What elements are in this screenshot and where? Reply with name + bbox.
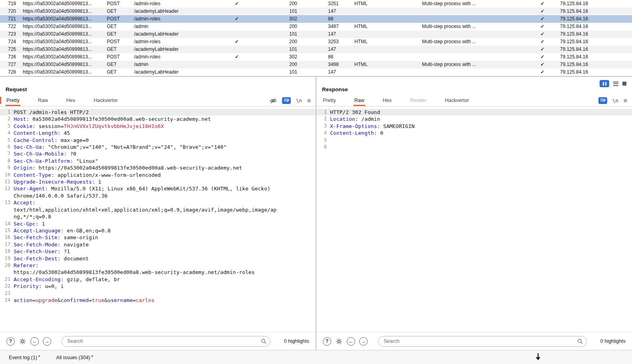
cell-title: Multi-step process with ...	[422, 38, 538, 46]
cell-method: POST	[107, 53, 120, 61]
tab-raw[interactable]: Raw	[354, 96, 365, 106]
history-row[interactable]: 726https://0a53002a04d50899813...POST/ad…	[0, 53, 632, 61]
cell-mime: HTML	[354, 23, 368, 30]
help-icon[interactable]: ?	[323, 337, 331, 346]
history-row[interactable]: 720https://0a53002a04d50899813...GET/aca…	[0, 8, 632, 15]
editor-menu-icon[interactable]: ≡	[307, 98, 311, 104]
history-row[interactable]: 728https://0a53002a04d50899813...GET/aca…	[0, 68, 632, 76]
search-input[interactable]	[62, 336, 270, 347]
event-log-tab[interactable]: Event log (1)●	[9, 354, 40, 360]
editor-line: 5Cache-Control: max-age=0	[0, 137, 316, 144]
editor-line: 20Referer:	[0, 262, 316, 269]
previous-match-button[interactable]: ←	[30, 337, 39, 346]
search-settings-gear-icon[interactable]	[335, 338, 343, 345]
line-number: 10	[0, 172, 10, 178]
cell-length: 147	[328, 46, 336, 53]
editor-line: 22Priority: u=0, i	[0, 283, 316, 290]
line-number	[0, 269, 10, 276]
line-number: 13	[0, 199, 10, 206]
tab-pretty[interactable]: Pretty	[322, 96, 337, 106]
history-row[interactable]: 719https://0a53002a04d50899813...POST/ad…	[0, 0, 632, 8]
line-content: Host: 0a53002a04d50899813fe30500ed00a8.w…	[10, 116, 211, 122]
cell-host: https://0a53002a04d50899813...	[23, 61, 105, 68]
cell-url: /admin	[134, 23, 222, 30]
cell-host: https://0a53002a04d50899813...	[23, 23, 105, 30]
cell-url: /admin-roles	[134, 0, 222, 8]
next-match-button[interactable]: →	[359, 337, 368, 346]
response-tabs-row: PrettyRawHexRenderHackvertor \n ≡	[316, 95, 632, 106]
cell-tls: ✓	[532, 53, 553, 61]
layout-compact-icon[interactable]	[622, 82, 626, 86]
search-settings-gear-icon[interactable]	[19, 338, 26, 345]
editor-menu-icon[interactable]: ≡	[624, 98, 627, 104]
cell-num: 722	[8, 23, 16, 30]
line-content	[327, 144, 330, 150]
line-number: 20	[0, 262, 10, 269]
history-row[interactable]: 725https://0a53002a04d50899813...GET/aca…	[0, 46, 632, 53]
editor-line: 9Origin: https://0a53002a04d50899813fe30…	[0, 164, 316, 171]
cell-method: GET	[107, 30, 117, 38]
line-number: 2	[316, 116, 327, 122]
tab-raw[interactable]: Raw	[37, 96, 49, 106]
all-issues-tab[interactable]: All issues (304)●	[56, 354, 93, 360]
soft-wrap-toggle-icon[interactable]	[598, 97, 607, 104]
line-content: POST /admin-roles HTTP/2	[10, 109, 89, 116]
eye-slash-icon[interactable]	[270, 98, 277, 104]
history-row[interactable]: 723https://0a53002a04d50899813...GET/aca…	[0, 30, 632, 38]
cell-length: 86	[328, 15, 333, 23]
help-icon[interactable]: ?	[6, 337, 15, 346]
show-newlines-toggle-icon[interactable]: \n	[296, 98, 302, 104]
tab-hex[interactable]: Hex	[382, 96, 392, 106]
show-newlines-toggle-icon[interactable]: \n	[612, 98, 618, 104]
request-searchbar: ? ← → 0 highlights	[0, 332, 316, 350]
line-number: 12	[0, 185, 10, 192]
next-match-button[interactable]: →	[43, 337, 51, 346]
tab-pretty[interactable]: Pretty	[6, 96, 20, 106]
history-row[interactable]: 724https://0a53002a04d50899813...POST/ad…	[0, 38, 632, 46]
history-row[interactable]: 722https://0a53002a04d50899813...GET/adm…	[0, 23, 632, 30]
line-content: Accept-Language: en-GB,en;q=0.8	[10, 227, 111, 234]
tab-hackvertor[interactable]: Hackvertor	[444, 96, 470, 106]
layout-rows-icon[interactable]	[613, 82, 618, 86]
soft-wrap-toggle-icon[interactable]	[282, 97, 291, 104]
editor-line: 23	[0, 290, 316, 297]
line-content: Sec-Ch-Ua-Mobile: ?0	[10, 150, 76, 157]
http-history[interactable]: 719https://0a53002a04d50899813...POST/ad…	[0, 0, 632, 77]
line-content	[10, 290, 14, 297]
cell-host: https://0a53002a04d50899813...	[23, 68, 105, 76]
cell-method: POST	[107, 15, 120, 23]
search-input[interactable]	[378, 336, 587, 347]
line-number: 3	[0, 123, 10, 130]
scroll-to-bottom-icon[interactable]	[534, 352, 542, 364]
pause-updates-icon[interactable]	[600, 80, 609, 87]
status-bar: Event log (1)● All issues (304)●	[0, 350, 632, 364]
editor-line: 2Location: /admin	[316, 116, 632, 122]
response-editor[interactable]: 1HTTP/2 302 Found2Location: /admin3X-Fra…	[316, 106, 632, 332]
editor-line: 1POST /admin-roles HTTP/2	[0, 109, 316, 116]
cell-ip: 79.125.84.16	[560, 23, 588, 30]
line-content: Referer:	[10, 262, 39, 269]
cell-status: 302	[289, 53, 297, 61]
tab-render[interactable]: Render	[409, 96, 427, 106]
editor-line: 3Cookie: session=THJnGVXxlZUqvtkvbbHeJvj…	[0, 123, 316, 130]
editor-line: text/html,application/xhtml+xml,applicat…	[0, 206, 316, 213]
tab-hex[interactable]: Hex	[66, 96, 76, 106]
notification-dot: ●	[91, 354, 93, 358]
editor-line: 7Sec-Ch-Ua-Mobile: ?0	[0, 150, 316, 157]
cell-tls: ✓	[532, 23, 553, 30]
previous-match-button[interactable]: ←	[347, 337, 355, 346]
line-number: 19	[0, 255, 10, 262]
line-content: Sec-Ch-Ua-Platform: "Linux"	[10, 158, 98, 164]
history-row[interactable]: 721https://0a53002a04d50899813...POST/ad…	[0, 15, 632, 23]
line-content: Content-Length: 45	[10, 130, 70, 136]
history-row[interactable]: 727https://0a53002a04d50899813...GET/adm…	[0, 61, 632, 68]
line-content: Accept-Encoding: gzip, deflate, br	[10, 276, 120, 283]
tab-hackvertor[interactable]: Hackvertor	[93, 96, 118, 106]
request-editor[interactable]: 1POST /admin-roles HTTP/22Host: 0a53002a…	[0, 106, 316, 332]
cell-method: POST	[107, 0, 120, 8]
line-content: HTTP/2 302 Found	[327, 109, 380, 116]
line-number: 18	[0, 248, 10, 255]
line-number: 15	[0, 227, 10, 234]
line-content: User-Agent: Mozilla/5.0 (X11; Linux x86_…	[10, 185, 270, 192]
cell-status: 101	[289, 68, 297, 76]
